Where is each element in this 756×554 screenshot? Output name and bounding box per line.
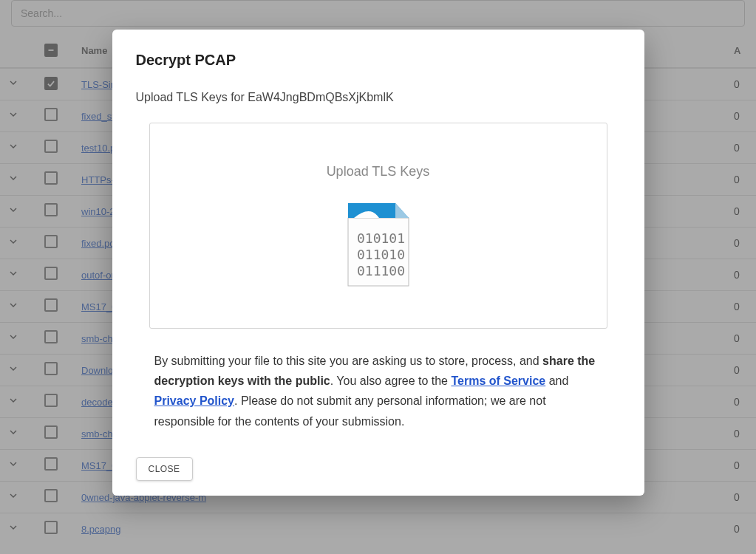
pcap-file-icon: 010101 011010 011100 — [347, 202, 410, 287]
modal-subtitle: Upload TLS Keys for EaW4JngBDmQBsXjKbmlK — [136, 91, 621, 104]
disclaimer-text: By submitting your file to this site you… — [154, 351, 602, 431]
modal-title: Decrypt PCAP — [136, 52, 621, 69]
modal-footer: CLOSE — [136, 457, 621, 481]
tos-link[interactable]: Terms of Service — [451, 375, 545, 387]
decrypt-pcap-modal: Decrypt PCAP Upload TLS Keys for EaW4Jng… — [112, 30, 644, 496]
dropzone-label: Upload TLS Keys — [165, 164, 592, 179]
disclaimer-mid1: . You also agree to the — [330, 375, 452, 387]
upload-dropzone[interactable]: Upload TLS Keys 010101 011010 011100 — [149, 123, 607, 329]
svg-text:011010: 011010 — [357, 247, 405, 262]
disclaimer-and: and — [545, 375, 568, 387]
disclaimer-pre: By submitting your file to this site you… — [154, 355, 543, 367]
modal-overlay[interactable]: Decrypt PCAP Upload TLS Keys for EaW4Jng… — [0, 0, 756, 554]
svg-text:011100: 011100 — [357, 263, 405, 278]
svg-text:010101: 010101 — [357, 230, 405, 246]
close-button[interactable]: CLOSE — [136, 457, 193, 481]
privacy-link[interactable]: Privacy Policy — [154, 394, 235, 407]
